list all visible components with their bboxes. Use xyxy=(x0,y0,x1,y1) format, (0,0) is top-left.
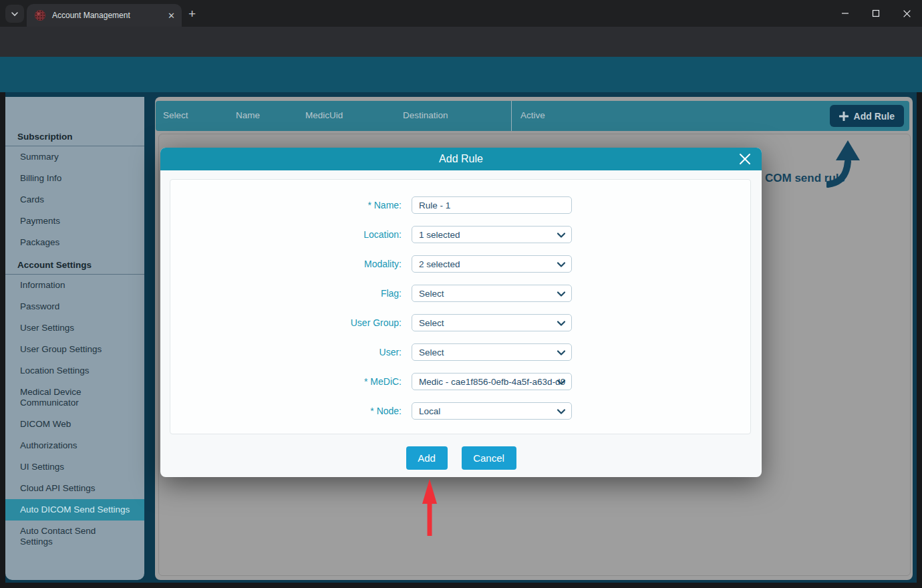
form-row-flag: Flag: Select xyxy=(170,285,750,302)
column-destination: Destination xyxy=(403,110,448,120)
location-label: Location: xyxy=(170,229,402,240)
browser-toolbar: germany.postdicom.com/AccountManagement/… xyxy=(0,27,922,57)
name-input[interactable]: Rule - 1 xyxy=(412,196,572,214)
modality-select[interactable]: 2 selected xyxy=(412,255,572,273)
form-row-user: User: Select xyxy=(170,343,750,361)
sidebar-item-user-group-settings[interactable]: User Group Settings xyxy=(5,339,144,360)
app-header: postDICOM Auto DICOM Send Settings xyxy=(0,57,922,92)
sidebar-section-account-settings: Account Settings xyxy=(5,253,144,274)
sidebar-item-summary[interactable]: Summary xyxy=(5,146,144,168)
add-rule-label: Add Rule xyxy=(854,111,895,122)
modal-title: Add Rule xyxy=(439,153,483,165)
add-rule-button[interactable]: Add Rule xyxy=(830,105,904,127)
curved-arrow-icon xyxy=(826,139,873,192)
close-window-button[interactable] xyxy=(891,0,922,27)
add-rule-modal: Add Rule * Name: Rule - 1 Location: 1 se… xyxy=(160,148,762,477)
user-group-label: User Group: xyxy=(170,317,402,328)
chevron-down-icon xyxy=(556,318,567,329)
close-tab-icon[interactable]: ✕ xyxy=(168,11,175,21)
chevron-down-icon xyxy=(556,289,567,299)
sidebar-item-user-settings[interactable]: User Settings xyxy=(5,317,144,339)
name-label: * Name: xyxy=(170,200,402,210)
sidebar-section-subscription: Subscription xyxy=(5,125,144,146)
sidebar-item-dicom-web[interactable]: DICOM Web xyxy=(5,414,144,435)
add-button[interactable]: Add xyxy=(406,446,448,470)
window-frame-bottom xyxy=(0,583,922,588)
flag-select[interactable]: Select xyxy=(412,285,572,302)
postdicom-favicon xyxy=(35,10,45,21)
form-row-medic: * MeDiC: Medic - cae1f856-0efb-4a5f-a63d… xyxy=(170,373,750,390)
sidebar-item-password[interactable]: Password xyxy=(5,296,144,317)
sidebar-item-information[interactable]: Information xyxy=(5,275,144,296)
sidebar-item-authorizations[interactable]: Authorizations xyxy=(5,435,144,456)
form-row-modality: Modality: 2 selected xyxy=(170,255,750,273)
maximize-icon xyxy=(872,9,880,17)
modal-header: Add Rule xyxy=(160,148,762,170)
browser-tab[interactable]: Account Management ✕ xyxy=(27,4,182,27)
tab-search-button[interactable] xyxy=(5,5,24,23)
modal-footer: Add Cancel xyxy=(160,446,762,470)
minimize-icon xyxy=(841,9,849,17)
form-row-user-group: User Group: Select xyxy=(170,314,750,331)
sidebar-item-payments[interactable]: Payments xyxy=(5,210,144,232)
node-select[interactable]: Local xyxy=(412,402,572,420)
rules-table-header: Select Name MedicUid Destination Active … xyxy=(156,101,909,131)
sidebar: Subscription Summary Billing Info Cards … xyxy=(5,97,144,580)
browser-tabstrip: Account Management ✕ + xyxy=(0,0,922,27)
chevron-down-icon xyxy=(556,377,567,388)
tab-title: Account Management xyxy=(52,11,130,20)
sidebar-item-auto-dicom-send-settings[interactable]: Auto DICOM Send Settings xyxy=(5,499,144,521)
user-label: User: xyxy=(170,347,402,357)
modal-close-button[interactable] xyxy=(738,152,754,168)
sidebar-item-packages[interactable]: Packages xyxy=(5,232,144,253)
node-label: * Node: xyxy=(170,406,402,416)
cancel-button[interactable]: Cancel xyxy=(462,446,516,470)
chevron-down-icon xyxy=(556,347,567,358)
column-select: Select xyxy=(163,110,188,120)
sidebar-item-cloud-api-settings[interactable]: Cloud API Settings xyxy=(5,478,144,499)
medic-label: * MeDiC: xyxy=(170,376,402,387)
form-row-node: * Node: Local xyxy=(170,402,750,420)
chevron-down-icon xyxy=(556,259,567,270)
sidebar-item-billing-info[interactable]: Billing Info xyxy=(5,168,144,189)
sidebar-item-ui-settings[interactable]: UI Settings xyxy=(5,456,144,478)
sidebar-item-auto-contact-send-settings[interactable]: Auto Contact Send Settings xyxy=(5,521,127,553)
plus-icon xyxy=(839,112,849,121)
window-frame-right xyxy=(917,92,922,588)
column-divider xyxy=(511,101,512,131)
column-medicuid: MedicUid xyxy=(305,110,343,120)
column-name: Name xyxy=(236,110,260,120)
sidebar-item-medical-device-communicator[interactable]: Medical Device Communicator xyxy=(5,382,127,414)
chevron-down-icon xyxy=(11,10,19,18)
sidebar-item-cards[interactable]: Cards xyxy=(5,189,144,210)
new-tab-button[interactable]: + xyxy=(188,7,196,21)
maximize-button[interactable] xyxy=(861,0,891,27)
user-select[interactable]: Select xyxy=(412,343,572,361)
minimize-button[interactable] xyxy=(830,0,861,27)
location-select[interactable]: 1 selected xyxy=(412,226,572,243)
chevron-down-icon xyxy=(556,230,567,241)
chevron-down-icon xyxy=(556,406,567,417)
close-icon xyxy=(903,9,911,18)
column-active: Active xyxy=(520,110,545,120)
red-annotation-arrow xyxy=(418,477,441,539)
medic-select[interactable]: Medic - cae1f856-0efb-4a5f-a63d-d9 xyxy=(412,373,572,390)
form-row-name: * Name: Rule - 1 xyxy=(170,196,750,214)
window-frame-left xyxy=(0,92,5,588)
user-group-select[interactable]: Select xyxy=(412,314,572,331)
modal-form-card: * Name: Rule - 1 Location: 1 selected Mo… xyxy=(170,179,751,434)
flag-label: Flag: xyxy=(170,288,402,299)
sidebar-item-location-settings[interactable]: Location Settings xyxy=(5,360,144,382)
modality-label: Modality: xyxy=(170,259,402,269)
form-row-location: Location: 1 selected xyxy=(170,226,750,243)
close-icon xyxy=(738,152,752,166)
